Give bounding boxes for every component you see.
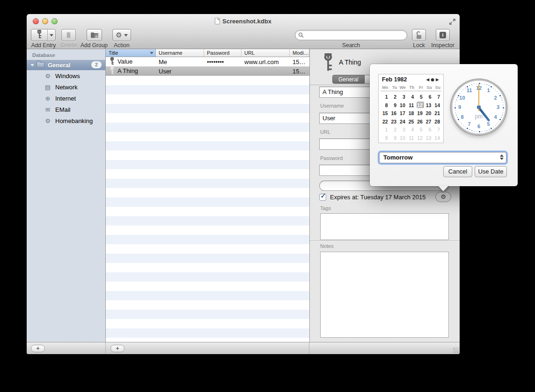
clock-tick <box>484 84 485 85</box>
next-month-button[interactable]: ▶ <box>436 77 440 82</box>
tab-general[interactable]: General <box>332 75 365 84</box>
fullscreen-icon[interactable] <box>449 18 456 25</box>
calendar-day[interactable]: 1 <box>381 93 389 102</box>
delete-button[interactable] <box>61 29 76 41</box>
title-bar: Screenshot.kdbx Add Entry Delete <box>27 14 460 49</box>
table-row[interactable]: A ThingUser15… <box>106 66 309 76</box>
gear-icon: ⚙ <box>116 32 122 39</box>
calendar-day[interactable]: 20 <box>424 109 433 118</box>
calendar-day[interactable]: 11 <box>407 134 416 143</box>
prev-month-button[interactable]: ◀ <box>426 77 431 82</box>
calendar-day[interactable]: 26 <box>415 118 424 126</box>
calendar-day[interactable]: 10 <box>398 134 407 143</box>
sidebar-item-internet[interactable]: ⊕Internet <box>27 93 105 104</box>
notes-field[interactable] <box>320 252 449 338</box>
calendar-day[interactable]: 1 <box>381 126 389 134</box>
calendar-day[interactable]: 16 <box>389 109 398 118</box>
sidebar-item-email[interactable]: ✉EMail <box>27 104 105 115</box>
calendar-day[interactable]: 8 <box>381 102 389 110</box>
calendar-day[interactable]: 28 <box>432 118 441 126</box>
disclosure-triangle-icon[interactable] <box>30 64 34 66</box>
sidebar-item-network[interactable]: ▤Network <box>27 81 105 93</box>
weekday-label: Th <box>407 85 416 90</box>
clock-number: 1 <box>487 87 490 93</box>
table-row[interactable]: ValueMe••••••••www.url.com15… <box>106 57 309 66</box>
column-header-username[interactable]: Username <box>156 49 204 57</box>
clock-meridiem: pm <box>452 113 506 120</box>
calendar-day[interactable]: 6 <box>424 126 433 134</box>
calendar-day[interactable]: 21 <box>432 109 441 118</box>
calendar-day[interactable]: 10 <box>398 102 407 110</box>
resize-grip[interactable] <box>453 348 459 353</box>
calendar-day[interactable]: 11 <box>407 102 416 110</box>
sidebar-item-homebanking[interactable]: ⚙Homebanking <box>27 115 105 126</box>
calendar: Feb 1982 ◀●▶ MoTuWeThFrSaSu 123456789101… <box>378 74 444 143</box>
calendar-day[interactable]: 23 <box>389 118 398 126</box>
calendar-day[interactable]: 2 <box>389 126 398 134</box>
calendar-day[interactable]: 5 <box>415 93 424 102</box>
calendar-day[interactable]: 7 <box>432 126 441 134</box>
inspector-button[interactable]: i <box>436 29 450 41</box>
search-input[interactable] <box>295 30 407 40</box>
globe-icon: ⊕ <box>44 95 51 102</box>
calendar-day-selected[interactable]: 12 <box>415 102 424 110</box>
clock-tick <box>486 84 487 85</box>
calendar-day[interactable]: 24 <box>398 118 407 126</box>
column-header-title[interactable]: Title <box>106 49 156 57</box>
cancel-button[interactable]: Cancel <box>443 166 472 177</box>
calendar-day[interactable]: 2 <box>389 93 398 102</box>
calendar-day[interactable]: 4 <box>407 93 416 102</box>
column-header-url[interactable]: URL <box>242 49 290 57</box>
clock-tick <box>495 89 496 90</box>
calendar-day[interactable]: 7 <box>432 93 441 102</box>
date-preset-select[interactable]: Tomorrow <box>379 152 506 163</box>
analog-clock[interactable]: 123456789101112 pm <box>451 79 507 135</box>
action-button[interactable]: ⚙ <box>112 29 131 41</box>
add-group-plus-button[interactable]: + <box>31 345 45 352</box>
calendar-day[interactable]: 9 <box>389 134 398 143</box>
tags-field[interactable] <box>320 213 449 240</box>
calendar-day[interactable]: 17 <box>398 109 407 118</box>
expires-checkbox[interactable]: ✓ <box>319 194 326 201</box>
add-entry-plus-button[interactable]: + <box>110 345 125 352</box>
calendar-day[interactable]: 5 <box>415 126 424 134</box>
calendar-day[interactable]: 22 <box>381 118 389 126</box>
sidebar-group-general[interactable]: General 2 <box>27 60 105 70</box>
calendar-day[interactable]: 13 <box>424 102 433 110</box>
today-button[interactable]: ● <box>431 77 436 82</box>
sidebar-item-windows[interactable]: ⚙Windows <box>27 70 105 81</box>
lock-button[interactable] <box>412 29 426 41</box>
column-header-password[interactable]: Password <box>204 49 242 57</box>
add-entry-button[interactable] <box>31 29 56 41</box>
cell-title: Value <box>117 58 132 65</box>
calendar-day[interactable]: 19 <box>415 109 424 118</box>
clock-tick <box>498 121 499 122</box>
calendar-day[interactable]: 14 <box>432 102 441 110</box>
weekday-label: Fr <box>415 85 424 90</box>
expires-date-picker-button[interactable]: ⚙ <box>435 192 451 202</box>
calendar-day[interactable]: 27 <box>424 118 433 126</box>
calendar-day[interactable]: 12 <box>415 134 424 143</box>
preset-value: Tomorrow <box>383 154 413 161</box>
calendar-day[interactable]: 13 <box>424 134 433 143</box>
calendar-day[interactable]: 8 <box>381 134 389 143</box>
clock-tick <box>482 83 483 84</box>
clock-tick <box>474 131 475 132</box>
calendar-day[interactable]: 3 <box>398 93 407 102</box>
calendar-day[interactable]: 14 <box>432 134 441 143</box>
table-header: TitleUsernamePasswordURLModi… <box>106 49 309 57</box>
add-entry-dropdown[interactable] <box>48 34 55 36</box>
calendar-day[interactable]: 4 <box>407 126 416 134</box>
calendar-day[interactable]: 25 <box>407 118 416 126</box>
calendar-day[interactable]: 18 <box>407 109 416 118</box>
add-group-button[interactable] <box>87 29 102 41</box>
trash-icon <box>66 31 72 39</box>
clock-number: 7 <box>468 121 470 127</box>
calendar-day[interactable]: 15 <box>381 109 389 118</box>
stepper-arrows-icon <box>500 154 504 160</box>
calendar-day[interactable]: 3 <box>398 126 407 134</box>
calendar-day[interactable]: 6 <box>424 93 433 102</box>
column-header-modi[interactable]: Modi… <box>290 49 309 57</box>
use-date-button[interactable]: Use Date <box>475 166 507 177</box>
calendar-day[interactable]: 9 <box>389 102 398 110</box>
